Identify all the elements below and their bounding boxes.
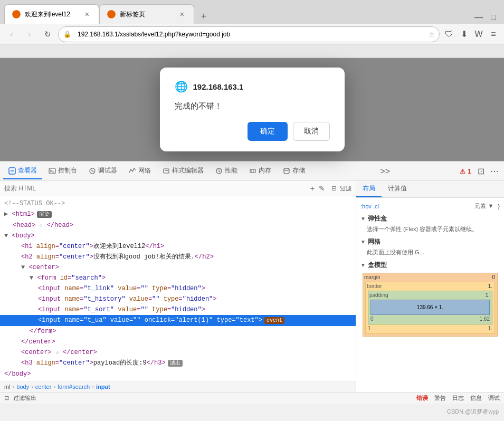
html-line-center-end[interactable]: </center> — [0, 337, 356, 347]
tab-storage[interactable]: 存储 — [278, 163, 310, 179]
bottom-tab-info[interactable]: 信息 — [470, 394, 482, 402]
error-count: 1 — [468, 168, 471, 175]
html-line-form-end[interactable]: </form> — [0, 326, 356, 337]
tab-2[interactable]: 新标签页 × — [99, 4, 194, 24]
html-line-input3[interactable]: <input name="t_sort" value="" type="hidd… — [0, 304, 356, 315]
out-badge: 滤出 — [168, 360, 183, 367]
devtools-more-button[interactable]: >> — [377, 165, 393, 178]
confirm-button[interactable]: 确定 — [248, 122, 288, 141]
download-icon[interactable]: ⬇ — [458, 28, 470, 41]
html-line-input1[interactable]: <input name="t_link" value="" type="hidd… — [0, 283, 356, 294]
tab-network[interactable]: 网络 — [123, 163, 156, 179]
html-line-center2[interactable]: <center> ⬦ </center> — [0, 347, 356, 358]
html-line-html[interactable]: ▶ <html>渲染 — [0, 209, 356, 220]
shield-icon[interactable]: 🛡 — [443, 28, 455, 41]
menu-icon[interactable]: ≡ — [487, 28, 500, 41]
event-badge: event — [264, 317, 284, 324]
tab-debugger-label: 调试器 — [98, 166, 117, 175]
new-tab-button[interactable]: + — [196, 9, 211, 24]
html-line-h2[interactable]: <h2 align="center">没有找到和good job!相关的结果.<… — [0, 252, 356, 262]
tab-2-close[interactable]: × — [178, 9, 186, 20]
breadcrumb-center[interactable]: center — [35, 384, 52, 390]
padding-value: 1. — [486, 292, 490, 298]
svg-line-5 — [91, 170, 93, 172]
html-search-bar: + ✎ ⊟ 过滤 — [0, 181, 356, 196]
address-input[interactable] — [58, 26, 440, 42]
padding-sides: 0 1.62 — [370, 316, 490, 322]
html-search-pick[interactable]: ✎ — [317, 183, 327, 194]
bottom-tab-error[interactable]: 错误 — [416, 394, 428, 402]
flex-section-header[interactable]: ▼ 弹性盒 — [360, 214, 500, 223]
maximize-button[interactable]: □ — [487, 11, 500, 24]
tab-perf[interactable]: 性能 — [210, 163, 243, 179]
dialog-overlay: 🌐 192.168.163.1 完成的不错！ 确定 取消 — [0, 58, 504, 161]
html-line-input2[interactable]: <input name="t_history" value="" type="h… — [0, 294, 356, 304]
devtools-menu-button[interactable]: ⋯ — [488, 165, 501, 178]
right-tab-layout[interactable]: 布局 — [356, 181, 382, 197]
html-line-h1[interactable]: <h1 align="center">欢迎来到level12</h1> — [0, 241, 356, 252]
border-value: 1. — [488, 283, 492, 289]
breadcrumb-form[interactable]: form#search — [58, 384, 90, 390]
devtools-toolbar: 查看器 控制台 调试器 网络 样式编辑器 性能 内存 存储 — [0, 162, 504, 181]
nav-extras: 🛡 ⬇ W ≡ — [443, 28, 500, 41]
html-line-body-end[interactable]: </body> — [0, 369, 356, 379]
hov-cl-label[interactable]: :hov .cl — [360, 203, 379, 209]
breadcrumb-body[interactable]: body — [16, 384, 29, 390]
boxmodel-arrow: ▼ — [360, 262, 366, 268]
flex-title: 弹性盒 — [368, 214, 387, 223]
tab-style[interactable]: 样式编辑器 — [157, 163, 209, 179]
element-label: 元素 ▼ — [474, 202, 493, 210]
profile-icon[interactable]: W — [472, 28, 485, 41]
right-tab-computed[interactable]: 计算值 — [382, 181, 413, 197]
filter-area: ⊟ 过滤 — [331, 185, 351, 193]
tab-1-close[interactable]: × — [83, 9, 91, 20]
breadcrumb-bar: ml › body › center › form#search › input — [0, 381, 356, 392]
lock-icon: 🔒 — [63, 31, 71, 38]
tab-bar: 欢迎来到level12 × 新标签页 × + — □ — [0, 0, 504, 24]
page-background: 🌐 192.168.163.1 完成的不错！ 确定 取消 — [0, 58, 504, 161]
breadcrumb-input[interactable]: input — [96, 384, 110, 390]
minimize-button[interactable]: — — [472, 11, 485, 24]
tab-inspector[interactable]: 查看器 — [3, 163, 42, 179]
tab-console[interactable]: 控制台 — [43, 163, 82, 179]
html-search-add[interactable]: + — [308, 183, 317, 194]
tab-memory[interactable]: 内存 — [244, 163, 277, 179]
html-line-body[interactable]: ▼ <body> — [0, 231, 356, 241]
firefox-icon-tab2 — [107, 10, 116, 18]
html-line-input-tua[interactable]: <input name="t_ua" value="" onclick="ale… — [0, 315, 356, 326]
tab-network-label: 网络 — [138, 166, 151, 175]
grid-section-header[interactable]: ▼ 网格 — [360, 237, 500, 246]
boxmodel-section-header[interactable]: ▼ 盒模型 — [360, 261, 500, 270]
storage-icon — [283, 167, 290, 175]
border-sides: 1 1. — [368, 326, 492, 331]
bottom-tab-warning[interactable]: 警告 — [434, 394, 446, 402]
bottom-tab-debug[interactable]: 调试 — [488, 394, 500, 402]
breadcrumb-ml[interactable]: ml — [4, 384, 11, 390]
forward-button[interactable]: › — [22, 27, 37, 42]
tab-debugger[interactable]: 调试器 — [83, 163, 122, 179]
tab-1[interactable]: 欢迎来到level12 × — [4, 4, 99, 24]
devtools-dock-button[interactable]: ⊡ — [474, 165, 487, 178]
content-dimensions: 139.66 × 1. — [417, 304, 443, 310]
cancel-button[interactable]: 取消 — [293, 122, 330, 141]
svg-rect-9 — [250, 169, 255, 173]
filter-icon: ⊟ — [331, 185, 337, 192]
bottom-tab-log[interactable]: 日志 — [452, 394, 464, 402]
render-badge: 渲染 — [37, 211, 52, 218]
html-line-h3[interactable]: <h3 align="center">payload的长度:9</h3>滤出 — [0, 358, 356, 369]
boxmodel-title: 盒模型 — [368, 261, 387, 270]
bottom-tabs: 错误 警告 日志 信息 调试 — [416, 394, 500, 402]
error-badge[interactable]: ⚠ 1 — [460, 168, 471, 175]
svg-rect-6 — [164, 169, 169, 173]
html-line-head[interactable]: <head> ⬦ </head> — [0, 220, 356, 231]
reload-button[interactable]: ↻ — [40, 27, 55, 42]
html-line-center1[interactable]: ▼ <center> — [0, 262, 356, 273]
filter-output-icon: ⊟ — [4, 395, 9, 401]
back-button[interactable]: ‹ — [4, 27, 19, 42]
html-line-form[interactable]: ▼ <form id="search"> — [0, 273, 356, 283]
html-search-input[interactable] — [4, 185, 308, 192]
nav-bar: ‹ › ↻ 🔒 ☆ 🛡 ⬇ W ≡ — [0, 24, 504, 45]
bookmark-icon[interactable]: ☆ — [429, 30, 435, 39]
error-icon: ⚠ — [460, 168, 465, 175]
debugger-icon — [89, 167, 96, 175]
